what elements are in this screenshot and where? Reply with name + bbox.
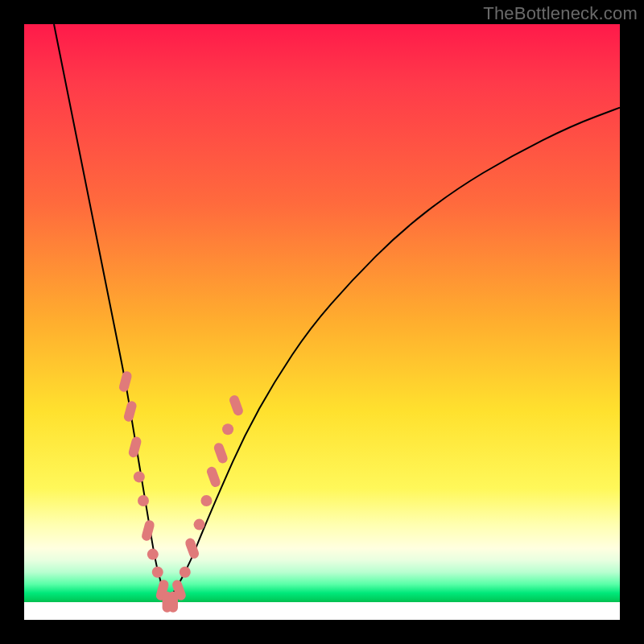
outer-frame: TheBottleneck.com (0, 0, 644, 644)
bead-pill (228, 394, 244, 417)
right-branch-curve (167, 108, 620, 602)
curve-group (54, 24, 620, 602)
bead-pill (127, 436, 142, 458)
bead-dot (147, 549, 159, 560)
bead-pill (123, 400, 138, 423)
watermark-text: TheBottleneck.com (483, 3, 638, 24)
bead-dot (194, 519, 205, 530)
bead-pill (205, 465, 221, 489)
chart-svg (24, 24, 620, 620)
bead-pill (118, 370, 133, 393)
bead-pill (141, 519, 155, 542)
bead-dot (200, 495, 212, 506)
bead-pill (184, 537, 200, 560)
bead-group (118, 370, 245, 613)
left-branch-curve (54, 24, 167, 602)
bead-dot (152, 567, 163, 578)
bead-dot (134, 471, 145, 482)
bead-dot (222, 423, 233, 435)
bead-dot (180, 567, 191, 578)
bead-dot (138, 495, 149, 506)
bead-pill (213, 442, 229, 465)
